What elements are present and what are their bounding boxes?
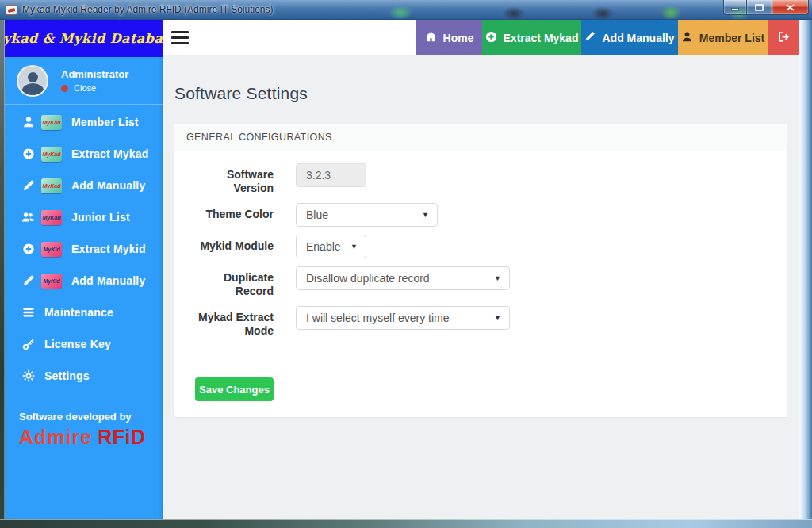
status-label: Close <box>74 83 96 93</box>
caret-down-icon: ▼ <box>494 314 501 322</box>
form-row-theme-color: Theme Color Blue ▼ <box>186 203 776 227</box>
theme-color-label: Theme Color <box>186 203 274 221</box>
sidebar-item-license-key[interactable]: License Key <box>5 328 163 360</box>
mykid-module-select[interactable]: Enable ▼ <box>296 235 366 258</box>
minimize-button[interactable] <box>723 0 747 15</box>
tasks-icon <box>21 306 35 319</box>
form-row-software-version: Software Version <box>186 163 776 195</box>
nav-extract-mykad-button[interactable]: Extract Mykad <box>482 20 581 55</box>
form-row-mykid-module: Mykid Module Enable ▼ <box>186 235 776 258</box>
mykad-card-icon: MyKad <box>41 115 62 130</box>
sidebar-item-member-list[interactable]: MyKad Member List <box>5 106 163 138</box>
mykid-module-label: Mykid Module <box>186 235 274 253</box>
hamburger-icon <box>171 31 189 33</box>
pencil-icon <box>21 274 35 288</box>
window-controls <box>723 0 809 15</box>
duplicate-record-select[interactable]: Disallow duplicate record ▼ <box>296 266 510 290</box>
theme-color-select[interactable]: Blue ▼ <box>296 203 438 227</box>
caret-down-icon: ▼ <box>422 211 429 219</box>
plus-circle-icon <box>485 31 497 45</box>
main-content: Software Settings GENERAL CONFIGURATIONS… <box>163 55 799 519</box>
nav-logout-button[interactable] <box>768 20 799 55</box>
window-border-right <box>799 20 812 519</box>
user-meta: Administrator Close <box>61 68 128 93</box>
app-icon <box>6 5 17 15</box>
plus-circle-icon <box>21 243 35 256</box>
user-name: Administrator <box>61 68 128 80</box>
sidebar: Mykad & Mykid Database Administrator Clo… <box>5 20 163 519</box>
app-window: Mykad Mykid Reader by Admire RFID (Admir… <box>0 0 812 528</box>
brand-title: Mykad & Mykid Database <box>5 20 163 57</box>
mykad-extract-mode-select[interactable]: I will select myself every time ▼ <box>296 306 510 330</box>
mykid-card-icon: MyKid <box>41 274 62 289</box>
titlebar: Mykad Mykid Reader by Admire RFID (Admir… <box>0 0 812 20</box>
close-button[interactable] <box>772 0 809 15</box>
users-icon <box>21 211 35 224</box>
key-icon <box>21 338 35 351</box>
developed-by-label: Software developed by <box>19 411 163 423</box>
nav-member-list-button[interactable]: Member List <box>678 20 768 55</box>
avatar <box>17 65 48 97</box>
caret-down-icon: ▼ <box>494 274 501 282</box>
menu-toggle-button[interactable] <box>163 20 197 55</box>
software-version-label: Software Version <box>186 163 274 195</box>
window-border-bottom <box>0 519 812 528</box>
plus-circle-icon <box>21 147 35 161</box>
admire-rfid-logo: AdmireRFiD <box>19 426 163 449</box>
top-navbar: Home Extract Mykad Add Manually Member L… <box>163 20 799 55</box>
home-icon <box>425 31 437 44</box>
form-row-duplicate-record: Duplicate Record Disallow duplicate reco… <box>186 266 776 298</box>
mykad-card-icon: MyKad <box>41 147 62 162</box>
panel-body: Software Version Theme Color Blue ▼ <box>174 151 787 417</box>
panel-header: GENERAL CONFIGURATIONS <box>174 124 787 151</box>
sidebar-menu: MyKad Member List MyKad Extract Mykad My… <box>5 105 163 392</box>
page-title: Software Settings <box>174 84 799 103</box>
sidebar-item-junior-list[interactable]: MyKad Junior List <box>5 201 163 233</box>
sidebar-item-add-manually-mykad[interactable]: MyKad Add Manually <box>5 170 163 201</box>
pencil-icon <box>584 31 596 44</box>
sidebar-item-extract-mykad[interactable]: MyKad Extract Mykad <box>5 138 163 170</box>
window-title: Mykad Mykid Reader by Admire RFID (Admir… <box>22 4 274 15</box>
mykid-card-icon: MyKid <box>41 242 62 257</box>
navbar-buttons: Home Extract Mykad Add Manually Member L… <box>416 20 799 55</box>
sidebar-item-settings[interactable]: Settings <box>5 360 163 392</box>
duplicate-record-label: Duplicate Record <box>186 266 274 298</box>
mykad-extract-mode-label: Mykad Extract Mode <box>186 306 274 338</box>
general-configurations-panel: GENERAL CONFIGURATIONS Software Version … <box>174 124 787 417</box>
status-dot-icon <box>61 85 68 92</box>
software-version-input <box>296 163 366 187</box>
user-panel[interactable]: Administrator Close <box>5 57 163 105</box>
save-changes-button[interactable]: Save Changes <box>195 377 274 401</box>
user-icon <box>681 31 693 45</box>
mykad-card-icon: MyKad <box>41 178 62 193</box>
sign-out-icon <box>777 31 790 45</box>
mykid-card-icon: MyKad <box>41 210 62 225</box>
nav-home-button[interactable]: Home <box>416 20 482 55</box>
maximize-button[interactable] <box>747 0 772 15</box>
form-row-mykad-extract-mode: Mykad Extract Mode I will select myself … <box>186 306 776 338</box>
pencil-icon <box>21 179 35 193</box>
caret-down-icon: ▼ <box>350 243 358 251</box>
nav-add-manually-button[interactable]: Add Manually <box>581 20 678 55</box>
sidebar-item-extract-mykid[interactable]: MyKid Extract Mykid <box>5 233 163 265</box>
sidebar-item-maintenance[interactable]: Maintenance <box>5 297 163 328</box>
gear-icon <box>21 369 35 383</box>
sidebar-item-add-manually-mykid[interactable]: MyKid Add Manually <box>5 265 163 297</box>
user-icon <box>21 116 35 129</box>
user-status: Close <box>61 83 128 93</box>
sidebar-footer: Software developed by AdmireRFiD <box>5 411 163 449</box>
